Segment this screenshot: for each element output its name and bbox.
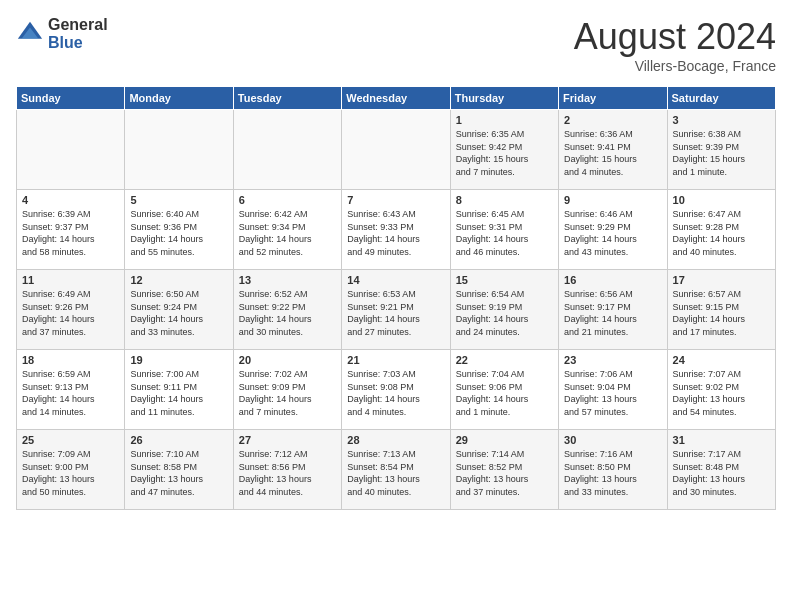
location: Villers-Bocage, France (574, 58, 776, 74)
day-cell (342, 110, 450, 190)
day-number: 26 (130, 434, 227, 446)
day-info: Sunrise: 6:43 AM Sunset: 9:33 PM Dayligh… (347, 208, 444, 258)
day-number: 31 (673, 434, 770, 446)
day-info: Sunrise: 7:07 AM Sunset: 9:02 PM Dayligh… (673, 368, 770, 418)
day-number: 10 (673, 194, 770, 206)
day-number: 5 (130, 194, 227, 206)
day-number: 16 (564, 274, 661, 286)
calendar-header: SundayMondayTuesdayWednesdayThursdayFrid… (17, 87, 776, 110)
day-info: Sunrise: 6:42 AM Sunset: 9:34 PM Dayligh… (239, 208, 336, 258)
day-cell: 12Sunrise: 6:50 AM Sunset: 9:24 PM Dayli… (125, 270, 233, 350)
day-cell: 5Sunrise: 6:40 AM Sunset: 9:36 PM Daylig… (125, 190, 233, 270)
day-info: Sunrise: 6:53 AM Sunset: 9:21 PM Dayligh… (347, 288, 444, 338)
day-cell: 16Sunrise: 6:56 AM Sunset: 9:17 PM Dayli… (559, 270, 667, 350)
day-info: Sunrise: 7:04 AM Sunset: 9:06 PM Dayligh… (456, 368, 553, 418)
header-row: SundayMondayTuesdayWednesdayThursdayFrid… (17, 87, 776, 110)
week-row-5: 25Sunrise: 7:09 AM Sunset: 9:00 PM Dayli… (17, 430, 776, 510)
title-block: August 2024 Villers-Bocage, France (574, 16, 776, 74)
day-cell: 25Sunrise: 7:09 AM Sunset: 9:00 PM Dayli… (17, 430, 125, 510)
day-cell: 19Sunrise: 7:00 AM Sunset: 9:11 PM Dayli… (125, 350, 233, 430)
day-cell: 23Sunrise: 7:06 AM Sunset: 9:04 PM Dayli… (559, 350, 667, 430)
day-info: Sunrise: 6:40 AM Sunset: 9:36 PM Dayligh… (130, 208, 227, 258)
day-cell: 2Sunrise: 6:36 AM Sunset: 9:41 PM Daylig… (559, 110, 667, 190)
day-cell: 17Sunrise: 6:57 AM Sunset: 9:15 PM Dayli… (667, 270, 775, 350)
day-cell: 11Sunrise: 6:49 AM Sunset: 9:26 PM Dayli… (17, 270, 125, 350)
day-cell: 4Sunrise: 6:39 AM Sunset: 9:37 PM Daylig… (17, 190, 125, 270)
header-friday: Friday (559, 87, 667, 110)
day-number: 29 (456, 434, 553, 446)
day-number: 7 (347, 194, 444, 206)
logo-icon (16, 20, 44, 48)
day-cell: 6Sunrise: 6:42 AM Sunset: 9:34 PM Daylig… (233, 190, 341, 270)
day-number: 9 (564, 194, 661, 206)
day-number: 20 (239, 354, 336, 366)
header-sunday: Sunday (17, 87, 125, 110)
day-cell: 1Sunrise: 6:35 AM Sunset: 9:42 PM Daylig… (450, 110, 558, 190)
day-cell: 3Sunrise: 6:38 AM Sunset: 9:39 PM Daylig… (667, 110, 775, 190)
day-cell: 18Sunrise: 6:59 AM Sunset: 9:13 PM Dayli… (17, 350, 125, 430)
day-cell: 8Sunrise: 6:45 AM Sunset: 9:31 PM Daylig… (450, 190, 558, 270)
day-number: 21 (347, 354, 444, 366)
day-cell: 21Sunrise: 7:03 AM Sunset: 9:08 PM Dayli… (342, 350, 450, 430)
day-info: Sunrise: 7:14 AM Sunset: 8:52 PM Dayligh… (456, 448, 553, 498)
header-wednesday: Wednesday (342, 87, 450, 110)
day-info: Sunrise: 6:45 AM Sunset: 9:31 PM Dayligh… (456, 208, 553, 258)
day-cell: 26Sunrise: 7:10 AM Sunset: 8:58 PM Dayli… (125, 430, 233, 510)
day-info: Sunrise: 6:52 AM Sunset: 9:22 PM Dayligh… (239, 288, 336, 338)
day-cell: 14Sunrise: 6:53 AM Sunset: 9:21 PM Dayli… (342, 270, 450, 350)
day-cell: 30Sunrise: 7:16 AM Sunset: 8:50 PM Dayli… (559, 430, 667, 510)
logo-general: General (48, 16, 108, 34)
day-cell: 7Sunrise: 6:43 AM Sunset: 9:33 PM Daylig… (342, 190, 450, 270)
day-number: 17 (673, 274, 770, 286)
day-number: 19 (130, 354, 227, 366)
day-number: 13 (239, 274, 336, 286)
day-cell: 29Sunrise: 7:14 AM Sunset: 8:52 PM Dayli… (450, 430, 558, 510)
day-number: 14 (347, 274, 444, 286)
day-info: Sunrise: 6:56 AM Sunset: 9:17 PM Dayligh… (564, 288, 661, 338)
day-number: 27 (239, 434, 336, 446)
day-cell: 15Sunrise: 6:54 AM Sunset: 9:19 PM Dayli… (450, 270, 558, 350)
day-info: Sunrise: 6:35 AM Sunset: 9:42 PM Dayligh… (456, 128, 553, 178)
day-cell: 22Sunrise: 7:04 AM Sunset: 9:06 PM Dayli… (450, 350, 558, 430)
day-info: Sunrise: 7:10 AM Sunset: 8:58 PM Dayligh… (130, 448, 227, 498)
day-number: 25 (22, 434, 119, 446)
day-number: 22 (456, 354, 553, 366)
day-info: Sunrise: 6:47 AM Sunset: 9:28 PM Dayligh… (673, 208, 770, 258)
day-info: Sunrise: 7:09 AM Sunset: 9:00 PM Dayligh… (22, 448, 119, 498)
day-info: Sunrise: 6:39 AM Sunset: 9:37 PM Dayligh… (22, 208, 119, 258)
day-number: 11 (22, 274, 119, 286)
day-info: Sunrise: 6:46 AM Sunset: 9:29 PM Dayligh… (564, 208, 661, 258)
day-number: 18 (22, 354, 119, 366)
day-cell: 10Sunrise: 6:47 AM Sunset: 9:28 PM Dayli… (667, 190, 775, 270)
day-info: Sunrise: 7:03 AM Sunset: 9:08 PM Dayligh… (347, 368, 444, 418)
day-number: 30 (564, 434, 661, 446)
day-number: 2 (564, 114, 661, 126)
day-info: Sunrise: 7:00 AM Sunset: 9:11 PM Dayligh… (130, 368, 227, 418)
day-info: Sunrise: 7:17 AM Sunset: 8:48 PM Dayligh… (673, 448, 770, 498)
day-cell: 20Sunrise: 7:02 AM Sunset: 9:09 PM Dayli… (233, 350, 341, 430)
day-cell: 31Sunrise: 7:17 AM Sunset: 8:48 PM Dayli… (667, 430, 775, 510)
month-year: August 2024 (574, 16, 776, 58)
day-info: Sunrise: 6:50 AM Sunset: 9:24 PM Dayligh… (130, 288, 227, 338)
day-info: Sunrise: 7:13 AM Sunset: 8:54 PM Dayligh… (347, 448, 444, 498)
header-monday: Monday (125, 87, 233, 110)
day-info: Sunrise: 6:49 AM Sunset: 9:26 PM Dayligh… (22, 288, 119, 338)
day-cell: 13Sunrise: 6:52 AM Sunset: 9:22 PM Dayli… (233, 270, 341, 350)
logo: General Blue (16, 16, 108, 51)
day-number: 23 (564, 354, 661, 366)
day-cell: 28Sunrise: 7:13 AM Sunset: 8:54 PM Dayli… (342, 430, 450, 510)
logo-blue: Blue (48, 34, 108, 52)
day-info: Sunrise: 6:36 AM Sunset: 9:41 PM Dayligh… (564, 128, 661, 178)
calendar-body: 1Sunrise: 6:35 AM Sunset: 9:42 PM Daylig… (17, 110, 776, 510)
day-cell (125, 110, 233, 190)
day-number: 28 (347, 434, 444, 446)
day-cell: 24Sunrise: 7:07 AM Sunset: 9:02 PM Dayli… (667, 350, 775, 430)
day-info: Sunrise: 7:06 AM Sunset: 9:04 PM Dayligh… (564, 368, 661, 418)
day-cell (17, 110, 125, 190)
day-cell (233, 110, 341, 190)
week-row-4: 18Sunrise: 6:59 AM Sunset: 9:13 PM Dayli… (17, 350, 776, 430)
day-number: 12 (130, 274, 227, 286)
day-number: 3 (673, 114, 770, 126)
week-row-1: 1Sunrise: 6:35 AM Sunset: 9:42 PM Daylig… (17, 110, 776, 190)
day-cell: 27Sunrise: 7:12 AM Sunset: 8:56 PM Dayli… (233, 430, 341, 510)
